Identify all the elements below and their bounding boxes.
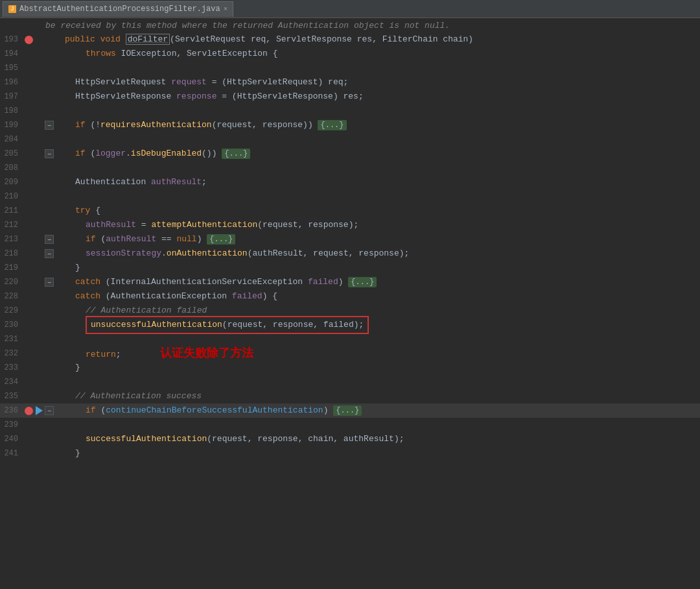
- code-cell: try {: [54, 204, 700, 218]
- code-cell: catch (InternalAuthenticationServiceExce…: [54, 275, 700, 289]
- line-number: 232: [0, 349, 23, 358]
- line-number: 197: [0, 92, 23, 101]
- line-number: 213: [0, 235, 23, 244]
- tab-close-button[interactable]: ×: [224, 5, 228, 13]
- table-row: 230unsuccessfulAuthentication(request, r…: [0, 318, 700, 332]
- file-icon: J: [8, 5, 16, 13]
- line-number: 239: [0, 420, 23, 429]
- line-number: 241: [0, 449, 23, 458]
- line-number: 228: [0, 292, 23, 301]
- line-number: 240: [0, 435, 23, 444]
- table-row: 241}: [0, 446, 700, 461]
- code-cell: unsuccessfulAuthentication(request, resp…: [54, 316, 700, 334]
- fold-icon[interactable]: −: [45, 149, 54, 158]
- table-row: 235// Authentication success: [0, 389, 700, 403]
- line-number: 236: [0, 406, 23, 415]
- table-row: 197HttpServletResponse response = (HttpS…: [0, 90, 700, 104]
- line-number: 234: [0, 378, 23, 387]
- line-number: 205: [0, 149, 23, 158]
- table-row: 194throws IOException, ServletException …: [0, 47, 700, 61]
- line-number: 212: [0, 221, 23, 230]
- line-number: 198: [0, 106, 23, 115]
- line-number: 211: [0, 206, 23, 215]
- code-cell: authResult = attemptAuthentication(reque…: [54, 218, 700, 232]
- bookmark-icon[interactable]: [36, 406, 43, 415]
- table-row: 196HttpServletRequest request = (HttpSer…: [0, 75, 700, 90]
- table-row: 231: [0, 332, 700, 346]
- code-cell: }: [54, 261, 700, 275]
- table-row: 228catch (AuthenticationException failed…: [0, 289, 700, 304]
- table-row: 213−if (authResult == null) {...}: [0, 232, 700, 246]
- code-cell: if (authResult == null) {...}: [54, 232, 700, 246]
- code-cell: successfulAuthentication(request, respon…: [54, 432, 700, 446]
- tab-bar: J AbstractAuthenticationProcessingFilter…: [0, 0, 700, 18]
- code-cell: throws IOException, ServletException {: [54, 47, 700, 61]
- code-cell: HttpServletRequest request = (HttpServle…: [54, 75, 700, 90]
- table-row: 239: [0, 418, 700, 432]
- editor-area: be received by this method where the ret…: [0, 18, 700, 589]
- fold-icon[interactable]: −: [45, 235, 54, 244]
- code-cell: }: [54, 361, 700, 375]
- table-row: 209Authentication authResult;: [0, 175, 700, 189]
- table-row: 211try {: [0, 204, 700, 218]
- line-number: 209: [0, 178, 23, 187]
- line-number: 204: [0, 135, 23, 144]
- table-row: 232return;认证失败除了方法: [0, 346, 700, 361]
- line-number: 230: [0, 320, 23, 330]
- line-number: 233: [0, 363, 23, 372]
- table-row: 210: [0, 189, 700, 204]
- table-row: 234: [0, 375, 700, 389]
- table-row: 195: [0, 61, 700, 75]
- line-number: 231: [0, 335, 23, 344]
- fold-icon[interactable]: −: [45, 249, 54, 258]
- code-cell: catch (AuthenticationException failed) {: [54, 289, 700, 304]
- line-number: 196: [0, 78, 23, 87]
- table-row: 233}: [0, 361, 700, 375]
- lines-container: 193public void doFilter(ServletRequest r…: [0, 32, 700, 461]
- code-cell: Authentication authResult;: [54, 175, 700, 189]
- file-tab[interactable]: J AbstractAuthenticationProcessingFilter…: [3, 1, 233, 17]
- code-cell: // Authentication success: [54, 389, 700, 403]
- line-number: 193: [0, 35, 23, 44]
- code-cell: if (logger.isDebugEnabled()) {...}: [54, 147, 700, 161]
- fold-icon[interactable]: −: [45, 406, 54, 415]
- line-number: 235: [0, 392, 23, 401]
- breakpoint-dot[interactable]: [25, 36, 33, 44]
- code-cell: }: [54, 446, 700, 461]
- line-number: 218: [0, 249, 23, 258]
- line-number: 199: [0, 121, 23, 130]
- table-row: 240successfulAuthentication(request, res…: [0, 432, 700, 446]
- line-number: 220: [0, 278, 23, 287]
- table-row: 193public void doFilter(ServletRequest r…: [0, 32, 700, 47]
- table-row: 220−catch (InternalAuthenticationService…: [0, 275, 700, 289]
- table-row: 198: [0, 104, 700, 118]
- table-row: 219}: [0, 261, 700, 275]
- fold-icon[interactable]: −: [45, 278, 54, 287]
- tab-filename: AbstractAuthenticationProcessingFilter.j…: [19, 5, 220, 14]
- line-number: 208: [0, 163, 23, 173]
- code-cell: if (!requiresAuthentication(request, res…: [54, 118, 700, 132]
- header-comment-line: be received by this method where the ret…: [0, 18, 700, 32]
- breakpoint-dot[interactable]: [25, 407, 33, 415]
- line-number: 210: [0, 192, 23, 201]
- table-row: 208: [0, 161, 700, 175]
- table-row: 236−if (continueChainBeforeSuccessfulAut…: [0, 403, 700, 418]
- table-row: 199−if (!requiresAuthentication(request,…: [0, 118, 700, 132]
- code-cell: public void doFilter(ServletRequest req,…: [54, 32, 700, 47]
- fold-icon[interactable]: −: [45, 121, 54, 130]
- line-number: 229: [0, 306, 23, 315]
- table-row: 204: [0, 132, 700, 147]
- line-number: 219: [0, 263, 23, 272]
- code-cell: HttpServletResponse response = (HttpServ…: [54, 90, 700, 104]
- line-number: 194: [0, 49, 23, 58]
- line-number: 195: [0, 64, 23, 73]
- table-row: 218−sessionStrategy.onAuthentication(aut…: [0, 246, 700, 261]
- chinese-annotation: 认证失败除了方法: [160, 346, 253, 359]
- table-row: 205−if (logger.isDebugEnabled()) {...}: [0, 147, 700, 161]
- code-cell: if (continueChainBeforeSuccessfulAuthent…: [54, 403, 700, 418]
- code-cell: sessionStrategy.onAuthentication(authRes…: [54, 246, 700, 261]
- table-row: 212authResult = attemptAuthentication(re…: [0, 218, 700, 232]
- code-cell: return;认证失败除了方法: [54, 346, 700, 362]
